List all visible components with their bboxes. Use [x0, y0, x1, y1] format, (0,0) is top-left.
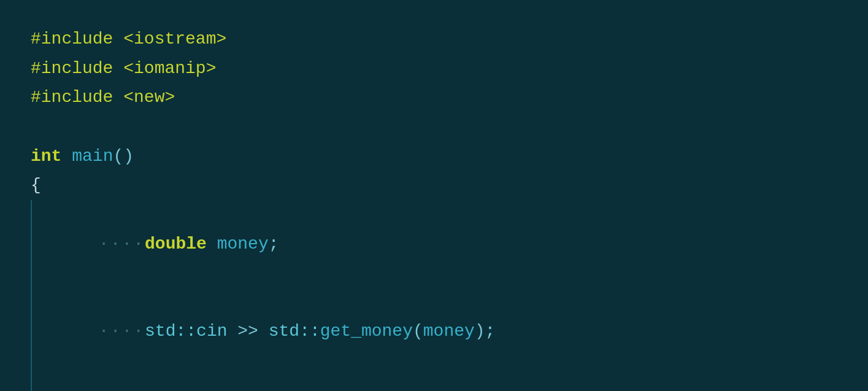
indent-bar-2: [31, 288, 32, 376]
line-cin: ····std::cin >> std::get_money(money);: [31, 288, 837, 376]
include-lib-2: <iomanip>: [123, 54, 216, 83]
cin-kw: cin: [196, 322, 227, 341]
std-getmoney: std: [269, 322, 299, 341]
line-include2: #include <iomanip>: [31, 54, 837, 83]
indent-bar-1: [31, 200, 32, 288]
main-function: main: [61, 142, 113, 171]
code-editor: #include <iostream> #include <iomanip> #…: [0, 0, 868, 391]
paren-open-1: (: [413, 322, 423, 341]
get-money-fn: get_money: [320, 322, 413, 341]
include-keyword-3: #include: [31, 83, 123, 112]
std-cin: std: [145, 322, 175, 341]
include-lib-1: <iostream>: [123, 25, 226, 54]
line-double-decl: ····double money;: [31, 200, 837, 288]
dots-2: ····: [99, 322, 145, 341]
open-brace: {: [31, 171, 41, 200]
include-lib-3: <new>: [123, 83, 175, 112]
money-var-1: money: [207, 234, 269, 254]
paren-close-1: );: [475, 322, 496, 341]
scope-2: ::: [299, 322, 320, 341]
include-keyword-1: #include: [31, 25, 123, 54]
dots-1: ····: [99, 234, 145, 254]
indent-bar-3: [31, 376, 32, 391]
op-1: >>: [228, 322, 269, 341]
line-open-brace: {: [31, 171, 837, 200]
line-include3: #include <new>: [31, 83, 837, 112]
main-parens: (): [113, 142, 134, 171]
blank-line-1: [31, 112, 837, 142]
semi-1: ;: [269, 234, 279, 254]
line-money-assign: ····money = *std::launder(&money);: [31, 376, 837, 391]
scope-1: ::: [175, 322, 196, 341]
double-keyword: double: [145, 234, 207, 254]
line-main-decl: int main(): [31, 142, 837, 171]
include-keyword-2: #include: [31, 54, 123, 83]
money-arg-1: money: [423, 322, 475, 341]
line-include1: #include <iostream>: [31, 25, 837, 54]
int-keyword: int: [31, 142, 61, 171]
